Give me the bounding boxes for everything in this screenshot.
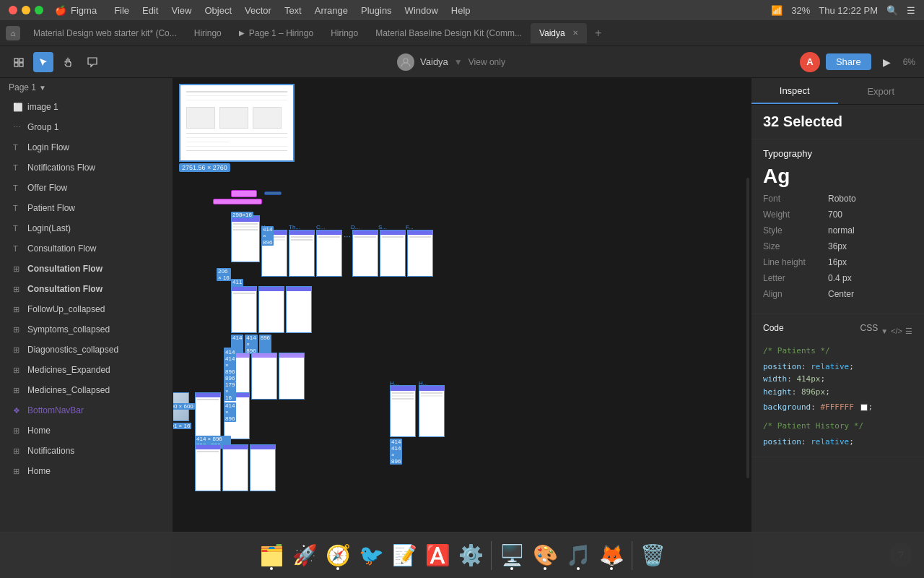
- code-prop-height: height: [763, 387, 792, 397]
- tab-material-design[interactable]: Material Design web starter kit* (Co...: [25, 23, 186, 43]
- tab-material-baseline[interactable]: Material Baseline Design Kit (Comm...: [367, 23, 531, 43]
- dock-settings[interactable]: ⚙️: [455, 540, 487, 571]
- dock-appstore[interactable]: 🅰️: [422, 540, 453, 571]
- tab-close-vaidya[interactable]: ✕: [572, 29, 578, 37]
- layer-consultflow3[interactable]: ⊞ Consultation Flow: [0, 279, 173, 299]
- copy-code-button[interactable]: </>: [891, 327, 902, 335]
- svg-rect-0: [14, 59, 18, 62]
- right-frame-labels: H... H...: [390, 380, 445, 387]
- dock-trash[interactable]: 🗑️: [637, 540, 668, 571]
- image-layer-icon: ⬜: [13, 103, 23, 112]
- comment-tool-button[interactable]: [82, 52, 103, 72]
- menu-view[interactable]: View: [165, 4, 197, 17]
- layer-offerflow[interactable]: T Offer Flow: [0, 178, 173, 198]
- menu-edit[interactable]: Edit: [136, 4, 164, 17]
- apple-icon: 🍎: [55, 5, 66, 16]
- tab-hiringo-2[interactable]: Hiringo: [322, 23, 367, 43]
- share-button[interactable]: Share: [826, 53, 871, 70]
- layer-loginflow[interactable]: T Login Flow: [0, 137, 173, 158]
- layer-medscollapsed[interactable]: ⊞ Medicines_Collapsed: [0, 380, 173, 400]
- layer-diagnostics[interactable]: ⊞ Diagonostics_collapsed: [0, 340, 173, 360]
- inspect-tab[interactable]: Inspect: [751, 78, 838, 104]
- code-section: Code CSS ▼ </> ☰ /* Patients */ position…: [751, 314, 924, 457]
- dock-finder[interactable]: 🗂️: [256, 540, 287, 571]
- dock-firefox[interactable]: 🦊: [596, 540, 627, 571]
- frame-layer-icon-7: ⊞: [13, 386, 23, 395]
- layer-medsexpanded[interactable]: ⊞ Medicines_Expanded: [0, 360, 173, 380]
- menu-object[interactable]: Object: [199, 4, 237, 17]
- frame-layer-icon-2: ⊞: [13, 285, 23, 294]
- page-selector[interactable]: Page 1 ▼: [0, 78, 173, 97]
- tools-menu-button[interactable]: [9, 52, 29, 72]
- text-layer-icon-2: T: [13, 163, 23, 172]
- layer-symptoms[interactable]: ⊞ Symptoms_collapsed: [0, 319, 173, 340]
- layer-patientflow[interactable]: T Patient Flow: [0, 198, 173, 218]
- layer-home2[interactable]: ⊞ Home: [0, 461, 173, 481]
- layer-image1[interactable]: ⬜ image 1: [0, 97, 173, 117]
- typography-label: Typography: [763, 148, 912, 159]
- font-value: Roboto: [828, 194, 856, 205]
- layer-consultflow1[interactable]: T Consultation Flow: [0, 238, 173, 259]
- dock-notes[interactable]: 📝: [388, 540, 420, 571]
- add-tab-button[interactable]: +: [590, 25, 607, 42]
- control-center-icon[interactable]: ☰: [907, 5, 915, 16]
- canvas-scrollbar[interactable]: [746, 178, 749, 478]
- menu-vector[interactable]: Vector: [239, 4, 277, 17]
- select-tool-button[interactable]: [33, 52, 53, 72]
- user-avatar: A: [800, 52, 820, 72]
- code-block: /* Patients */ position: relative; width…: [763, 345, 912, 448]
- code-lang[interactable]: CSS: [860, 323, 879, 333]
- layer-group1[interactable]: ⋯ Group 1: [0, 117, 173, 137]
- play-icon: ▶: [239, 29, 245, 37]
- toolbar: Vaidya ▼ View only A Share ▶ 6%: [0, 46, 924, 78]
- layer-notifications[interactable]: ⊞ Notifications: [0, 441, 173, 461]
- menu-window[interactable]: Window: [399, 4, 444, 17]
- minimize-button[interactable]: [22, 6, 30, 14]
- code-options-button[interactable]: ☰: [905, 327, 912, 336]
- layer-followup[interactable]: ⊞ FollowUp_collapsed: [0, 299, 173, 319]
- hand-tool-button[interactable]: [58, 52, 78, 72]
- code-prop-position: position: [763, 362, 801, 371]
- home-tab-icon[interactable]: ⌂: [6, 26, 20, 40]
- tab-page1-hiringo[interactable]: ▶ Page 1 – Hiringo: [230, 23, 322, 43]
- dock-safari[interactable]: 🧭: [322, 540, 354, 571]
- menu-text[interactable]: Text: [279, 4, 308, 17]
- menu-arrange[interactable]: Arrange: [309, 4, 354, 17]
- code-label: Code: [763, 323, 784, 333]
- dock-spotify[interactable]: 🎵: [562, 540, 594, 571]
- style-label: Style: [763, 225, 828, 236]
- size-206x16: 206 × 16: [217, 268, 231, 281]
- text-layer-icon-4: T: [13, 204, 23, 212]
- menu-help[interactable]: Help: [445, 4, 476, 17]
- dock-bird[interactable]: 🐦: [355, 540, 387, 571]
- tabs-bar: ⌂ Material Design web starter kit* (Co..…: [0, 20, 924, 46]
- dock-figma[interactable]: 🎨: [529, 540, 561, 571]
- tab-hiringo-1[interactable]: Hiringo: [186, 23, 230, 43]
- code-val-height: 896px: [801, 387, 825, 397]
- tab-vaidya[interactable]: Vaidya ✕: [531, 23, 587, 43]
- zoom-level[interactable]: 6%: [903, 57, 915, 67]
- layer-notifflow[interactable]: T Notifications Flow: [0, 158, 173, 178]
- layer-home1[interactable]: ⊞ Home: [0, 420, 173, 441]
- close-button[interactable]: [9, 6, 17, 14]
- main-thumbnail-frame: [179, 84, 295, 162]
- menu-plugins[interactable]: Plugins: [355, 4, 398, 17]
- dock-rocket[interactable]: 🚀: [289, 540, 321, 571]
- style-value: normal: [828, 225, 855, 237]
- dock-divider-2: [632, 541, 632, 570]
- user-name-label[interactable]: Vaidya: [420, 56, 448, 67]
- phone-frames-row: ···: [261, 230, 433, 277]
- dock-terminal[interactable]: 🖥️: [496, 540, 528, 571]
- fullscreen-button[interactable]: [35, 6, 43, 14]
- canvas[interactable]: 2751.56 × 2760 298×16: [173, 78, 751, 578]
- layer-consultflow2[interactable]: ⊞ Consultation Flow: [0, 259, 173, 279]
- layer-bottomnavbar[interactable]: ❖ BottomNavBar: [0, 400, 173, 420]
- typography-section: Typography Ag Font Roboto Weight 700 Sty…: [751, 139, 924, 314]
- export-tab[interactable]: Export: [838, 78, 925, 104]
- play-button[interactable]: ▶: [877, 52, 897, 72]
- search-icon[interactable]: 🔍: [886, 5, 898, 16]
- menu-file[interactable]: File: [108, 4, 135, 17]
- size-414-896-2: 414 414 × 896 896: [224, 349, 236, 381]
- size-label: Size: [763, 241, 828, 251]
- layer-loginlast[interactable]: T Login(Last): [0, 218, 173, 238]
